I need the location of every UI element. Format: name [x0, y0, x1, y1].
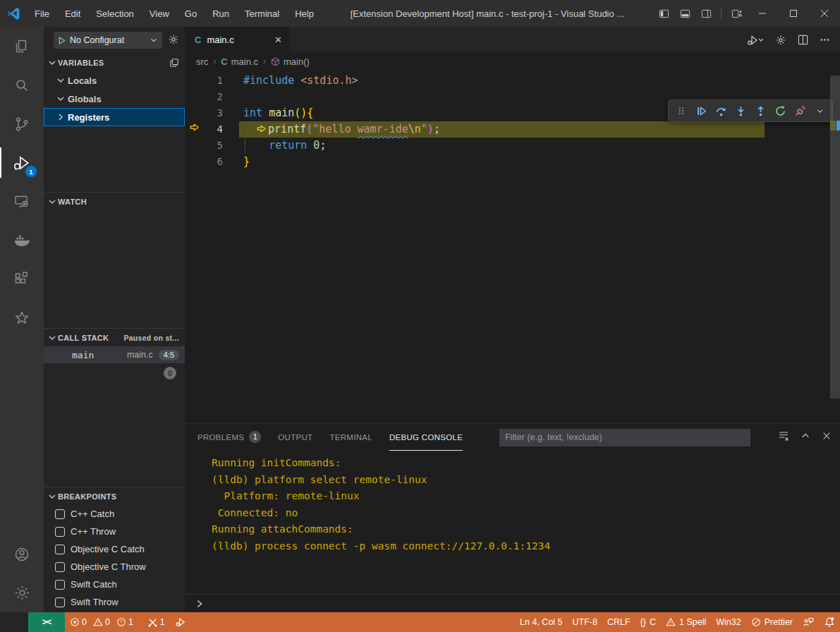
menu-selection[interactable]: Selection [88, 0, 141, 27]
breakpoint-checkbox[interactable] [55, 562, 65, 572]
menu-run[interactable]: Run [205, 0, 237, 27]
account-icon[interactable] [0, 535, 44, 573]
call-stack-section-header[interactable]: CALL STACK Paused on st... [44, 329, 185, 346]
docker-icon[interactable] [0, 221, 44, 260]
line-number[interactable]: 3 [203, 105, 223, 121]
formatter-status[interactable]: Prettier [746, 612, 798, 632]
search-icon[interactable] [0, 66, 44, 104]
toggle-sidebar-icon[interactable] [653, 0, 674, 27]
tab-problems[interactable]: PROBLEMS 1 [197, 424, 261, 451]
variables-row-registers[interactable]: Registers [44, 108, 185, 126]
breakpoint-checkbox[interactable] [55, 597, 65, 607]
variables-section-header[interactable]: VARIABLES [44, 54, 185, 71]
notifications-bell-icon[interactable] [819, 612, 840, 632]
breakpoint-row[interactable]: C++ Catch [44, 505, 185, 523]
menu-go[interactable]: Go [177, 0, 205, 27]
extensions-icon[interactable] [0, 260, 44, 298]
remote-indicator[interactable]: >< [28, 612, 65, 632]
configure-gear-icon[interactable] [775, 35, 786, 46]
minimize-button[interactable] [747, 0, 778, 27]
step-over-icon[interactable] [712, 102, 730, 120]
step-into-icon[interactable] [731, 102, 750, 120]
line-number[interactable]: 1 [203, 73, 223, 89]
run-or-debug-icon[interactable] [747, 35, 764, 46]
line-number[interactable]: 4 [203, 121, 223, 138]
code-line-1[interactable]: 1 #include <stdio.h> [185, 73, 840, 89]
line-number[interactable]: 6 [203, 154, 223, 170]
breakpoints-section-header[interactable]: BREAKPOINTS [44, 487, 185, 505]
launch-configuration-dropdown[interactable]: No Configurat [54, 32, 162, 49]
remote-explorer-icon[interactable] [0, 182, 44, 221]
toggle-panel-icon[interactable] [674, 0, 695, 27]
menu-file[interactable]: File [27, 0, 57, 27]
breadcrumb-src[interactable]: src [196, 56, 208, 67]
tab-output[interactable]: OUTPUT [278, 424, 312, 451]
split-editor-icon[interactable] [798, 35, 808, 45]
breakpoint-checkbox[interactable] [55, 580, 65, 590]
close-tab-icon[interactable]: ✕ [274, 35, 282, 45]
breakpoint-checkbox[interactable] [55, 545, 65, 554]
breakpoint-checkbox[interactable] [55, 509, 65, 519]
breakpoint-row[interactable]: Swift Throw [44, 593, 185, 611]
code-line-6[interactable]: 6 } [185, 154, 840, 170]
debug-status-icon[interactable] [170, 612, 191, 632]
watch-section-header[interactable]: WATCH [44, 193, 185, 210]
breakpoint-row[interactable]: Swift Catch [44, 576, 185, 593]
variables-row-globals[interactable]: Globals [44, 90, 185, 108]
toolbar-drag-handle-icon[interactable] [672, 102, 690, 120]
explorer-icon[interactable] [0, 27, 44, 66]
disconnect-icon[interactable] [791, 102, 809, 120]
menu-help[interactable]: Help [287, 0, 322, 27]
cursor-position[interactable]: Ln 4, Col 5 [515, 612, 567, 632]
code-editor[interactable]: 1 #include <stdio.h> 2 3 int main(){ 4 p… [185, 70, 840, 423]
editor-scrollbar[interactable] [830, 70, 840, 423]
spell-checker-status[interactable]: 1 Spell [661, 612, 711, 632]
variables-row-locals[interactable]: Locals [44, 71, 185, 90]
step-out-icon[interactable] [751, 102, 769, 120]
code-line-5[interactable]: 5 return 0; [185, 138, 840, 154]
chevron-down-icon[interactable] [810, 102, 829, 120]
open-launch-json-gear-icon[interactable] [168, 34, 179, 47]
tab-terminal[interactable]: TERMINAL [329, 424, 372, 451]
tab-debug-console[interactable]: DEBUG CONSOLE [389, 424, 463, 451]
call-stack-session-row[interactable]: 0 [44, 363, 185, 383]
toggle-secondary-sidebar-icon[interactable] [695, 0, 717, 27]
line-number[interactable]: 5 [203, 138, 223, 154]
debug-console-input[interactable] [185, 594, 840, 612]
breakpoint-row[interactable]: Objective C Throw [44, 558, 185, 576]
menu-edit[interactable]: Edit [57, 0, 88, 27]
clear-console-icon[interactable] [778, 430, 789, 444]
settings-gear-icon[interactable] [0, 573, 44, 612]
call-stack-frame[interactable]: main main.c 4:5 [44, 346, 185, 363]
restart-icon[interactable] [771, 102, 789, 120]
close-panel-icon[interactable] [822, 431, 832, 444]
breadcrumb-file[interactable]: C main.c [221, 56, 258, 67]
eol-sequence[interactable]: CRLF [602, 612, 635, 632]
customize-layout-icon[interactable] [726, 0, 747, 27]
more-actions-icon[interactable] [820, 35, 830, 45]
toolchain-status[interactable]: 1 [142, 612, 170, 632]
copy-value-icon[interactable] [169, 58, 179, 68]
breakpoint-row[interactable]: Objective C Catch [44, 540, 185, 558]
maximize-button[interactable] [778, 0, 809, 27]
run-and-debug-icon[interactable]: 1 [0, 143, 44, 182]
menu-terminal[interactable]: Terminal [237, 0, 287, 27]
feedback-icon[interactable] [798, 612, 819, 632]
menu-view[interactable]: View [142, 0, 177, 27]
maximize-panel-icon[interactable] [801, 431, 810, 444]
platform-target[interactable]: Win32 [711, 612, 745, 632]
gutter-glyph-margin[interactable] [185, 121, 203, 138]
tab-main-c[interactable]: C main.c ✕ [185, 27, 289, 53]
close-button[interactable] [809, 0, 840, 27]
problems-status[interactable]: 0 0 1 [65, 612, 142, 632]
console-filter-input[interactable] [499, 429, 750, 446]
star-extension-icon[interactable] [0, 298, 44, 337]
code-line-4[interactable]: 4 printf("hello wamr-ide\n"); [185, 121, 840, 138]
encoding[interactable]: UTF-8 [568, 612, 602, 632]
line-number[interactable]: 2 [203, 89, 223, 105]
breakpoint-row[interactable]: C++ Throw [44, 523, 185, 540]
source-control-icon[interactable] [0, 104, 44, 143]
breadcrumb-symbol[interactable]: main() [271, 56, 310, 67]
continue-icon[interactable] [692, 102, 710, 120]
breakpoint-checkbox[interactable] [55, 527, 65, 537]
